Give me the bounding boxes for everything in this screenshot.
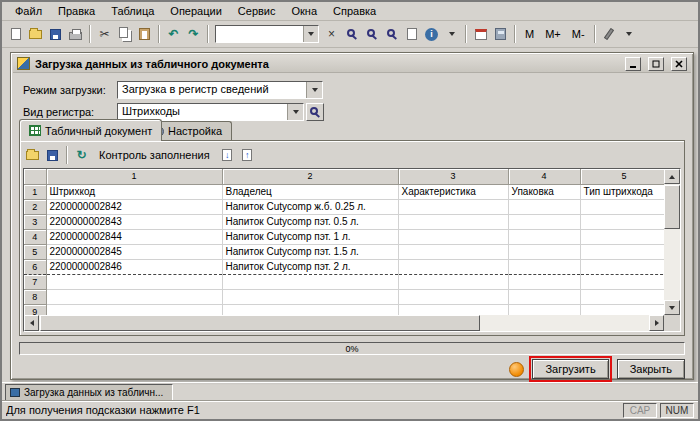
memory-add-button[interactable]: M+	[540, 24, 566, 44]
hint-icon[interactable]	[509, 362, 524, 377]
redo-button[interactable]: ↷	[184, 24, 203, 44]
cell[interactable]	[398, 229, 508, 244]
cell[interactable]	[580, 244, 664, 259]
cell[interactable]	[508, 274, 580, 289]
cell[interactable]: 2200000002846	[46, 259, 222, 274]
export-button[interactable]: ↑	[238, 145, 257, 165]
cell[interactable]	[580, 274, 664, 289]
row-header[interactable]: 8	[24, 289, 46, 304]
close-button[interactable]	[671, 57, 687, 71]
cell[interactable]	[580, 214, 664, 229]
cell[interactable]	[580, 304, 664, 315]
cell[interactable]: Напиток Cutycomp ж.б. 0.25 л.	[222, 199, 398, 214]
new-document-button[interactable]	[6, 24, 25, 44]
menu-item[interactable]: Справка	[326, 3, 383, 19]
calculator-button[interactable]	[491, 24, 510, 44]
cell[interactable]: Тип штрихкода	[580, 184, 664, 199]
horizontal-scroll-thumb[interactable]	[40, 315, 480, 331]
sheet-new-button[interactable]	[23, 145, 42, 165]
dialog-title-bar[interactable]: Загрузка данных из табличного документа	[13, 55, 691, 73]
row-header[interactable]: 2	[24, 199, 46, 214]
cell[interactable]	[580, 199, 664, 214]
cell[interactable]	[222, 289, 398, 304]
cell[interactable]: 2200000002845	[46, 244, 222, 259]
cell[interactable]: Штрихкод	[46, 184, 222, 199]
cell[interactable]: 2200000002844	[46, 229, 222, 244]
horizontal-scrollbar[interactable]	[24, 315, 664, 331]
cell[interactable]: 2200000002842	[46, 199, 222, 214]
save-button[interactable]	[46, 24, 65, 44]
column-header[interactable]: 3	[398, 169, 508, 184]
cell[interactable]: Владелец	[222, 184, 398, 199]
toolbar-overflow-button[interactable]	[620, 24, 639, 44]
cell[interactable]	[508, 244, 580, 259]
refresh-button[interactable]: ↻	[72, 145, 91, 165]
cell[interactable]	[398, 244, 508, 259]
menu-item[interactable]: Таблица	[104, 3, 161, 19]
cell[interactable]	[398, 289, 508, 304]
paste-button[interactable]	[135, 24, 154, 44]
row-header[interactable]: 4	[24, 229, 46, 244]
load-button[interactable]: Загрузить	[532, 359, 608, 379]
memory-recall-button[interactable]: M	[520, 24, 539, 44]
import-button[interactable]: ↓	[218, 145, 237, 165]
row-header[interactable]: 9	[24, 304, 46, 315]
find-dropdown-button[interactable]	[303, 26, 318, 42]
scroll-right-button[interactable]	[649, 315, 664, 331]
cell[interactable]: Напиток Cutycomp пэт. 0.5 л.	[222, 214, 398, 229]
row-header[interactable]: 1	[24, 184, 46, 199]
maximize-button[interactable]	[648, 57, 664, 71]
cell[interactable]	[398, 259, 508, 274]
row-header[interactable]: 6	[24, 259, 46, 274]
cell[interactable]	[398, 214, 508, 229]
find-button[interactable]	[342, 24, 361, 44]
column-header[interactable]: 1	[46, 169, 222, 184]
cell[interactable]	[508, 289, 580, 304]
column-header[interactable]: 4	[508, 169, 580, 184]
scroll-down-button[interactable]	[664, 300, 680, 315]
cell[interactable]: 2200000002843	[46, 214, 222, 229]
cell[interactable]	[508, 229, 580, 244]
copy-button[interactable]	[115, 24, 134, 44]
cell[interactable]	[222, 304, 398, 315]
view-page-button[interactable]	[402, 24, 421, 44]
vertical-scrollbar[interactable]	[664, 169, 680, 315]
menu-item[interactable]: Правка	[51, 3, 102, 19]
cell[interactable]	[398, 274, 508, 289]
menu-item[interactable]: Файл	[8, 3, 49, 19]
cell[interactable]: Напиток Cutycomp пэт. 1.5 л.	[222, 244, 398, 259]
cell[interactable]	[46, 304, 222, 315]
tab-tabular-document[interactable]: Табличный документ	[19, 119, 162, 141]
info-dropdown-button[interactable]	[442, 24, 461, 44]
row-header[interactable]: 3	[24, 214, 46, 229]
column-header[interactable]: 2	[222, 169, 398, 184]
cell[interactable]: Напиток Cutycomp пэт. 1 л.	[222, 229, 398, 244]
cut-button[interactable]: ✂	[95, 24, 114, 44]
cell[interactable]	[398, 199, 508, 214]
cell[interactable]	[580, 229, 664, 244]
cell[interactable]	[508, 304, 580, 315]
open-button[interactable]	[26, 24, 45, 44]
find-value[interactable]	[216, 26, 303, 42]
cell[interactable]: Напиток Cutycomp пэт. 2 л.	[222, 259, 398, 274]
cell[interactable]	[508, 199, 580, 214]
scroll-up-button[interactable]	[664, 169, 680, 184]
cell[interactable]	[398, 304, 508, 315]
find-combo[interactable]	[215, 25, 319, 43]
column-header[interactable]: 5	[580, 169, 664, 184]
select-all-corner[interactable]	[24, 169, 46, 184]
print-button[interactable]	[66, 24, 85, 44]
find-settings-button[interactable]	[382, 24, 401, 44]
load-mode-combo[interactable]: Загрузка в регистр сведений	[117, 81, 323, 99]
memory-subtract-button[interactable]: M-	[567, 24, 590, 44]
row-header[interactable]: 7	[24, 274, 46, 289]
menu-item[interactable]: Операции	[163, 3, 228, 19]
find-next-button[interactable]	[362, 24, 381, 44]
close-dialog-button[interactable]: Закрыть	[617, 359, 685, 379]
menu-item[interactable]: Окна	[285, 3, 325, 19]
cell[interactable]: Характеристика	[398, 184, 508, 199]
register-lookup-button[interactable]	[306, 103, 324, 121]
info-button[interactable]: i	[422, 24, 441, 44]
sheet-save-button[interactable]	[43, 145, 62, 165]
undo-button[interactable]: ↶	[164, 24, 183, 44]
